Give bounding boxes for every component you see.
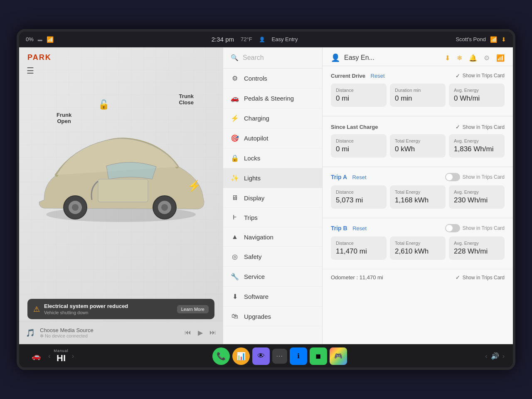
trip-a-label: Trip A	[331, 174, 347, 180]
search-item[interactable]: 🔍 Search	[223, 47, 322, 69]
trip-a-stats-grid: Distance 5,073 mi Total Energy 1,168 kWh…	[331, 185, 505, 209]
play-button[interactable]: ▶	[198, 329, 203, 337]
locks-icon: 🔒	[231, 154, 239, 162]
lights-icon: ✨	[231, 174, 239, 182]
trip-a-total-energy-value: 1,168 kWh	[395, 196, 441, 204]
volume-next-button[interactable]: ›	[502, 352, 505, 360]
profile-title: Easy En...	[344, 54, 374, 62]
trip-b-label: Trip B	[331, 225, 347, 232]
hamburger-icon[interactable]: ☰	[27, 66, 34, 76]
trip-a-show-trips-label: Show in Trips Card	[463, 174, 505, 180]
controls-label: Controls	[244, 75, 267, 82]
sidebar-item-safety[interactable]: ◎ Safety	[223, 247, 322, 267]
since-charge-show-trips: ✓ Show in Trips Card	[456, 124, 505, 130]
trip-a-reset[interactable]: Reset	[352, 174, 367, 180]
music-icon: 🎵	[26, 328, 35, 337]
trip-a-avg-energy-value: 230 Wh/mi	[454, 196, 500, 204]
trip-b-total-energy-label: Total Energy	[395, 241, 441, 246]
svg-point-4	[72, 204, 79, 211]
phone-button[interactable]: 📞	[212, 347, 230, 365]
current-duration-label: Duration min	[395, 88, 441, 93]
volume-prev-button[interactable]: ‹	[485, 352, 487, 360]
battery-icon: ▬	[38, 37, 42, 42]
trip-b-toggle[interactable]	[445, 224, 460, 232]
since-distance-label: Distance	[336, 138, 382, 143]
since-distance-card: Distance 0 mi	[331, 134, 387, 158]
antenna-icon[interactable]: 📶	[496, 54, 505, 62]
since-avg-energy-value: 1,836 Wh/mi	[454, 145, 500, 153]
toggle-thumb	[446, 174, 453, 180]
trip-a-distance-card: Distance 5,073 mi	[331, 185, 387, 209]
frunk-status: Frunk Open	[57, 112, 71, 124]
nav-prev-button[interactable]: ‹	[48, 352, 50, 360]
current-drive-reset[interactable]: Reset	[371, 73, 385, 79]
status-center: 2:34 pm 72°F 👤 Easy Entry	[212, 36, 298, 43]
media-controls: ⏮ ▶ ⏭	[185, 329, 216, 337]
bluetooth-icon[interactable]: ⚙	[484, 54, 490, 62]
since-total-energy-label: Total Energy	[395, 138, 441, 143]
since-charge-show-trips-label: Show in Trips Card	[463, 124, 505, 130]
person-icon: 👤	[259, 37, 265, 42]
status-left: 0% ▬ 📶	[26, 36, 54, 43]
lock-icon: 🔓	[98, 99, 109, 110]
prev-track-button[interactable]: ⏮	[185, 329, 191, 337]
signal-icon: 📶	[47, 36, 54, 43]
current-energy-card: Avg. Energy 0 Wh/mi	[449, 84, 505, 107]
next-track-button[interactable]: ⏭	[209, 329, 216, 337]
nav-next-button[interactable]: ›	[72, 352, 74, 360]
sidebar-item-lights[interactable]: ✨ Lights	[223, 168, 322, 188]
battery-percent: 0%	[26, 36, 34, 42]
warning-box: ⚠ Electrical system power reduced Vehicl…	[27, 299, 214, 319]
download-header-icon[interactable]: ⬇	[445, 54, 450, 62]
car-home-button[interactable]: 🚗	[27, 347, 45, 365]
sidebar-item-pedals[interactable]: 🚗 Pedals & Steering	[223, 89, 322, 108]
sidebar-item-trips[interactable]: Ͱ Trips	[223, 208, 322, 227]
autopilot-icon: 🎯	[231, 134, 239, 142]
sidebar-item-upgrades[interactable]: 🛍 Upgrades	[223, 307, 322, 326]
trip-a-toggle[interactable]	[445, 173, 460, 181]
current-duration-value: 0 min	[395, 94, 441, 103]
divider-3	[323, 218, 513, 218]
sidebar-item-charging[interactable]: ⚡ Charging	[223, 108, 322, 128]
current-energy-value: 0 Wh/mi	[454, 94, 500, 103]
checkmark-icon-2: ✓	[456, 124, 460, 130]
equalizer-button[interactable]: 📊	[232, 347, 250, 365]
since-avg-energy-card: Avg. Energy 1,836 Wh/mi	[449, 134, 505, 158]
sidebar-item-locks[interactable]: 🔒 Locks	[223, 148, 322, 168]
taskbar-right: ‹ 🔊 ›	[485, 352, 505, 360]
sidebar-item-navigation[interactable]: ▲ Navigation	[223, 227, 322, 247]
sidebar-item-software[interactable]: ⬇ Software	[223, 287, 322, 307]
info-button[interactable]: ℹ	[290, 347, 307, 365]
sidebar-item-controls[interactable]: ⚙ Controls	[223, 69, 322, 89]
trip-b-reset[interactable]: Reset	[352, 225, 367, 232]
snowflake-icon[interactable]: ❄	[457, 54, 462, 62]
camera-button[interactable]: 👁	[252, 347, 270, 365]
locks-label: Locks	[244, 155, 260, 162]
divider-1	[323, 116, 513, 116]
upgrades-icon: 🛍	[231, 313, 239, 320]
pedals-icon: 🚗	[231, 94, 239, 102]
climate-manual-label: Manual	[54, 349, 69, 353]
learn-more-button[interactable]: Learn More	[177, 305, 209, 313]
trip-a-avg-energy-label: Avg. Energy	[454, 190, 500, 195]
software-label: Software	[244, 293, 268, 300]
current-drive-show-trips: ✓ Show in Trips Card	[456, 73, 505, 79]
app-colorful-button[interactable]: 🎮	[330, 347, 347, 365]
trip-b-show-trips: Show in Trips Card	[445, 224, 505, 232]
trip-b-avg-energy-value: 228 Wh/mi	[454, 247, 500, 256]
svg-rect-1	[98, 179, 148, 202]
divider-2	[323, 167, 513, 167]
since-last-charge-title: Since Last Charge	[331, 124, 378, 130]
trips-label: Trips	[244, 214, 258, 221]
trip-b-avg-energy-card: Avg. Energy 228 Wh/mi	[449, 236, 505, 260]
sidebar-item-autopilot[interactable]: 🎯 Autopilot	[223, 128, 322, 148]
app-green-button[interactable]: ◼	[310, 347, 327, 365]
sidebar-item-service[interactable]: 🔧 Service	[223, 267, 322, 287]
sidebar-item-display[interactable]: 🖥 Display	[223, 188, 322, 208]
bell-icon[interactable]: 🔔	[469, 54, 477, 62]
more-apps-button[interactable]: ···	[272, 349, 287, 364]
show-trips-label: Show in Trips Card	[463, 73, 505, 79]
search-icon: 🔍	[231, 54, 239, 62]
media-bar: 🎵 Choose Media Source ✻ No device connec…	[19, 321, 223, 344]
odometer-bar: Odometer : 11,470 mi ✓ Show in Trips Car…	[323, 269, 513, 286]
